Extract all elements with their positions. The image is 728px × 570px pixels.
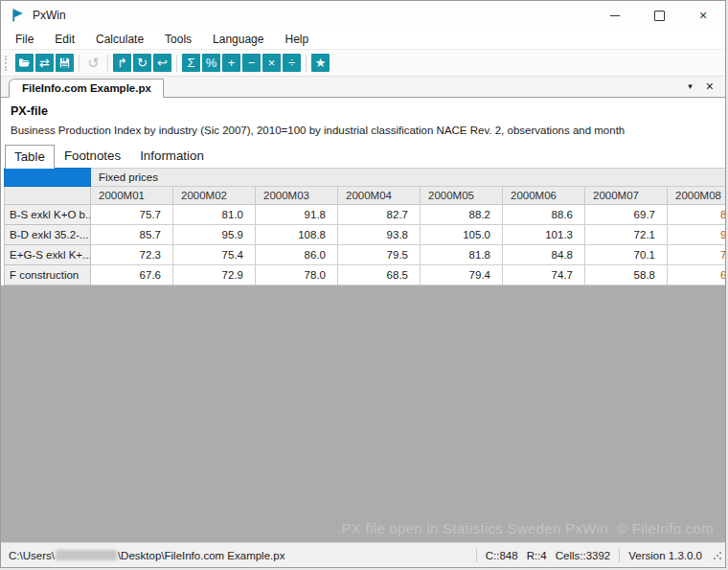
- cells-count: Cells::3392: [556, 550, 611, 561]
- menu-tools[interactable]: Tools: [154, 31, 202, 48]
- value-cell[interactable]: 84.8: [503, 245, 585, 265]
- tab-information[interactable]: Information: [130, 145, 214, 168]
- value-cell[interactable]: 74.7: [503, 265, 585, 285]
- value-cell[interactable]: 91.8: [256, 205, 338, 225]
- document-tab[interactable]: FileInfo.com Example.px: [9, 79, 164, 98]
- menu-calculate[interactable]: Calculate: [85, 31, 154, 48]
- maximize-button[interactable]: [637, 1, 681, 30]
- save-file-button[interactable]: [56, 54, 74, 72]
- value-cell[interactable]: 85.7: [91, 225, 173, 245]
- status-bar-right: C::848 R::4 Cells::3392 Version 1.3.0.0: [476, 548, 722, 562]
- sum-button[interactable]: Σ: [182, 54, 200, 72]
- view-tabs: TableFootnotesInformation: [5, 145, 725, 168]
- pivot-right-button[interactable]: ↱: [113, 54, 131, 72]
- rotate-table-button[interactable]: ↻: [133, 54, 151, 72]
- value-cell[interactable]: 88.2: [421, 205, 503, 225]
- toolbar-separator: [176, 55, 177, 72]
- page-title: PX-file: [11, 104, 725, 118]
- columns-count: C::848: [486, 550, 518, 561]
- menu-bar: FileEditCalculateToolsLanguageHelp: [1, 30, 725, 49]
- tab-close-icon[interactable]: ×: [706, 80, 714, 93]
- clipped-value-cell[interactable]: 6: [668, 265, 726, 285]
- divide-icon: ÷: [288, 57, 295, 69]
- watermark-text: .PX file open in Statistics Sweden PxWin…: [337, 520, 714, 536]
- tab-list-dropdown-icon[interactable]: ▾: [688, 81, 693, 91]
- toolbar: ⇄↺↱↻↩Σ%+−×÷★: [1, 49, 725, 77]
- value-cell[interactable]: 82.7: [338, 205, 421, 225]
- minimize-icon: [610, 15, 620, 16]
- value-cell[interactable]: 75.4: [173, 245, 256, 265]
- value-cell[interactable]: 69.7: [585, 205, 668, 225]
- file-path-prefix: C:\Users\: [9, 550, 55, 561]
- value-cell[interactable]: 58.8: [585, 265, 668, 285]
- value-cell[interactable]: 86.0: [256, 245, 338, 265]
- group-header-cell[interactable]: Fixed prices: [91, 169, 726, 187]
- menu-edit[interactable]: Edit: [44, 31, 85, 48]
- tab-table[interactable]: Table: [5, 145, 55, 169]
- value-cell[interactable]: 68.5: [338, 265, 421, 285]
- tab-strip-actions: ▾ ×: [688, 80, 725, 97]
- percent-button[interactable]: %: [202, 54, 220, 72]
- pivot-left-button[interactable]: ↩: [153, 54, 171, 72]
- open-file-button[interactable]: [15, 54, 34, 72]
- value-cell[interactable]: 105.0: [421, 225, 503, 245]
- close-button[interactable]: ×: [681, 1, 725, 30]
- value-cell[interactable]: 81.0: [173, 205, 256, 225]
- switch-view-button[interactable]: ⇄: [35, 54, 54, 72]
- selected-corner-cell[interactable]: [5, 169, 91, 187]
- clipped-value-cell[interactable]: 7: [668, 245, 726, 265]
- table-row: B-D exkl 35.2-...85.795.9108.893.8105.01…: [5, 225, 726, 245]
- file-path: C:\Users\\Desktop\FileInfo.com Example.p…: [9, 550, 284, 561]
- value-cell[interactable]: 79.4: [421, 265, 503, 285]
- table-description: Business Production Index by industry (S…: [11, 125, 725, 136]
- column-header[interactable]: 2000M05: [421, 187, 503, 205]
- data-table: Fixed prices2000M012000M022000M032000M04…: [4, 168, 725, 285]
- tab-footnotes[interactable]: Footnotes: [55, 145, 130, 168]
- value-cell[interactable]: 67.6: [91, 265, 173, 285]
- value-cell[interactable]: 78.0: [256, 265, 338, 285]
- row-label[interactable]: B-D exkl 35.2-...: [5, 225, 91, 245]
- value-cell[interactable]: 88.6: [503, 205, 585, 225]
- clipped-value-cell[interactable]: 9: [668, 225, 726, 245]
- value-cell[interactable]: 79.5: [338, 245, 421, 265]
- toolbar-grip-handle[interactable]: [5, 56, 10, 71]
- save-floppy-icon: [58, 57, 71, 69]
- app-logo-icon: [11, 8, 26, 23]
- row-label[interactable]: E+G-S exkl K+...: [5, 245, 91, 265]
- subtract-button[interactable]: −: [242, 54, 261, 72]
- value-cell[interactable]: 75.7: [91, 205, 173, 225]
- titlebar: PxWin ×: [1, 1, 725, 30]
- column-header[interactable]: 2000M01: [91, 187, 173, 205]
- value-cell[interactable]: 101.3: [503, 225, 585, 245]
- menu-language[interactable]: Language: [202, 31, 274, 48]
- value-cell[interactable]: 72.3: [91, 245, 173, 265]
- column-header[interactable]: 2000M06: [503, 187, 585, 205]
- plus-icon: +: [228, 57, 236, 69]
- arrow-hook-left-icon: ↩: [157, 57, 168, 69]
- row-label[interactable]: F construction: [5, 265, 91, 285]
- value-cell[interactable]: 72.9: [173, 265, 256, 285]
- value-cell[interactable]: 93.8: [338, 225, 421, 245]
- resize-grip-handle[interactable]: [713, 551, 722, 560]
- column-header[interactable]: 2000M07: [585, 187, 668, 205]
- value-cell[interactable]: 81.8: [421, 245, 503, 265]
- menu-help[interactable]: Help: [274, 31, 319, 48]
- column-header[interactable]: 2000M02: [173, 187, 256, 205]
- clipped-value-cell[interactable]: 8: [668, 205, 726, 225]
- column-header[interactable]: 2000M03: [256, 187, 338, 205]
- value-cell[interactable]: 70.1: [585, 245, 668, 265]
- add-button[interactable]: +: [222, 54, 240, 72]
- multiply-button[interactable]: ×: [262, 54, 281, 72]
- favorite-button[interactable]: ★: [311, 54, 330, 72]
- minimize-button[interactable]: [593, 1, 637, 30]
- value-cell[interactable]: 72.1: [585, 225, 668, 245]
- menu-file[interactable]: File: [5, 31, 44, 48]
- value-cell[interactable]: 95.9: [173, 225, 256, 245]
- value-cell[interactable]: 108.8: [256, 225, 338, 245]
- column-header[interactable]: 2000M04: [338, 187, 421, 205]
- row-label[interactable]: B-S exkl K+O b...: [5, 205, 91, 225]
- undo-button[interactable]: ↺: [84, 54, 102, 72]
- column-header[interactable]: 2000M08: [668, 187, 726, 205]
- corner-cell[interactable]: [5, 187, 91, 205]
- divide-button[interactable]: ÷: [283, 54, 301, 72]
